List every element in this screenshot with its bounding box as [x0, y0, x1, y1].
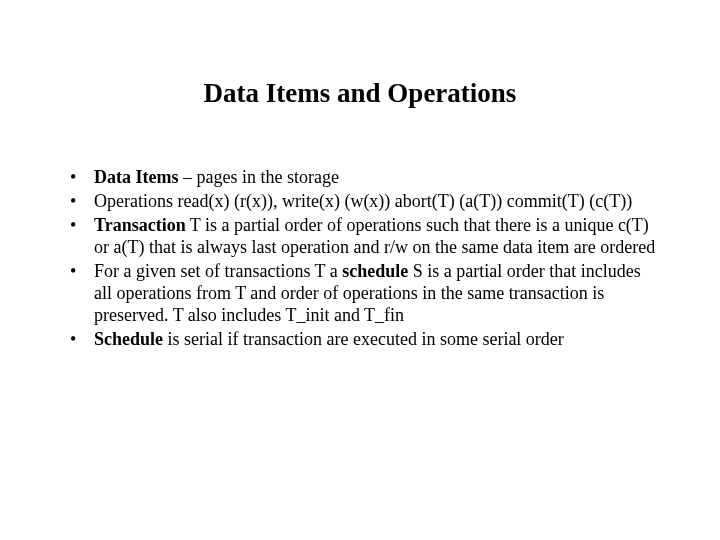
bullet-item: Transaction T is a partial order of oper… — [60, 215, 660, 259]
slide-title: Data Items and Operations — [0, 78, 720, 109]
bullet-item: Operations read(x) (r(x)), write(x) (w(x… — [60, 191, 660, 213]
text-segment: – pages in the storage — [178, 167, 338, 187]
text-segment: schedule — [342, 261, 408, 281]
slide: Data Items and Operations Data Items – p… — [0, 78, 720, 540]
bullet-list: Data Items – pages in the storageOperati… — [60, 167, 660, 351]
text-segment: Data Items — [94, 167, 178, 187]
bullet-item: For a given set of transactions T a sche… — [60, 261, 660, 327]
text-segment: Operations read(x) (r(x)), write(x) (w(x… — [94, 191, 632, 211]
text-segment: For a given set of transactions T a — [94, 261, 342, 281]
text-segment: is serial if transaction are executed in… — [163, 329, 564, 349]
slide-body: Data Items – pages in the storageOperati… — [0, 167, 720, 351]
bullet-item: Schedule is serial if transaction are ex… — [60, 329, 660, 351]
text-segment: Schedule — [94, 329, 163, 349]
text-segment: Transaction — [94, 215, 186, 235]
bullet-item: Data Items – pages in the storage — [60, 167, 660, 189]
